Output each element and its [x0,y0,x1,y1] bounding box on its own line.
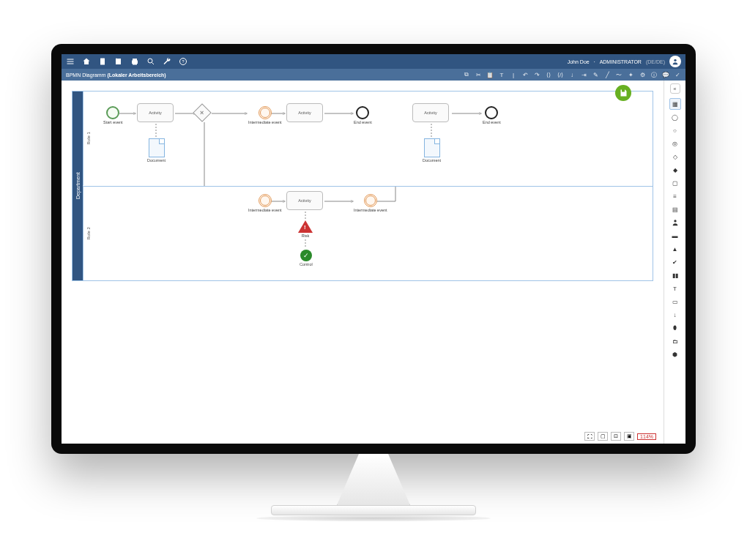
palette-diamond-fill-icon[interactable]: ◆ [669,164,681,176]
home-icon[interactable] [82,57,91,66]
breadcrumb-page: BPMN Diagramm [66,72,105,78]
code-icon[interactable]: ⟨/⟩ [557,71,564,78]
lane2-title: Role 2 [83,187,93,281]
palette-tag-icon[interactable]: ⬮ [669,322,681,334]
palette-arrow-down-icon[interactable]: ↓ [669,309,681,321]
spark-icon[interactable]: 〜 [615,71,622,78]
paste-icon[interactable]: 📋 [486,71,494,78]
avatar[interactable] [669,56,681,67]
pool-title: Department [73,92,83,280]
app-screen: ? John Doe · ADMINISTRATOR (DE/DE) BPMN … [62,54,685,444]
redo-icon[interactable]: ↷ [533,71,540,78]
control-artifact[interactable]: ✓Control [300,250,313,266]
palette-list-icon[interactable]: ≡ [669,190,681,202]
palette-person-icon[interactable] [669,217,681,228]
info-icon[interactable]: ⓘ [650,71,658,78]
svg-point-1 [148,59,152,63]
zoom-actual-icon[interactable]: ⊡ [611,432,621,441]
workspace: Department Role 1 [62,81,685,444]
lanes: Role 1 [83,92,653,280]
shape-palette: « ▦ ◯ ○ ◎ ◇ ◆ ▢ ≡ ▤ ▬ ▲ ✔ ▮▮ T ▭ ↓ ⬮ 🗀 [664,81,685,444]
intermediate-event[interactable]: Intermediate event [248,194,282,212]
activity-task[interactable]: Activity [286,191,323,210]
palette-circle-thick-icon[interactable]: ◯ [669,111,681,123]
help-icon[interactable]: ? [179,57,187,66]
user-name: John Doe [568,59,590,64]
topbar-right: John Doe · ADMINISTRATOR (DE/DE) [568,56,681,67]
text-icon[interactable]: T [498,71,505,78]
palette-document-icon[interactable]: ▢ [669,177,681,189]
palette-text-icon[interactable]: T [669,283,681,294]
breadcrumb-bar: BPMN Diagramm (Lokaler Arbeitsbereich) ⧉… [62,69,685,81]
lane1-body[interactable]: Start event Activity × Intermediate even… [93,92,653,186]
end-event[interactable]: End event [483,106,501,124]
intermediate-event[interactable]: Intermediate event [354,194,387,212]
palette-chart-icon[interactable]: ▮▮ [669,269,681,281]
line-icon[interactable]: ╱ [603,71,611,78]
user-role: ADMINISTRATOR [600,59,642,64]
zoom-controls: ⛶ ▢ ⊡ ▣ 114% [584,432,656,441]
bpmn-pool: Department Role 1 [72,91,653,281]
svg-text:?: ? [182,59,184,64]
activity-task[interactable]: Activity [286,103,323,122]
intermediate-event[interactable]: Intermediate event [248,106,282,124]
zoom-box-icon[interactable]: ▢ [598,432,608,441]
wand-icon[interactable]: ✦ [627,71,634,78]
palette-risk-icon[interactable]: ▲ [669,243,681,255]
palette-building-icon[interactable]: ▬ [669,230,681,242]
print-icon[interactable] [130,57,139,66]
undo-icon[interactable]: ↶ [521,71,529,78]
svg-point-17 [674,220,676,222]
gateway-xor[interactable]: × [196,106,209,119]
arrow-down-icon[interactable]: ↓ [568,71,576,78]
palette-check-icon[interactable]: ✔ [669,256,681,268]
monitor-stand [256,454,491,521]
search-icon[interactable] [146,57,155,66]
zoom-fill-icon[interactable]: ▣ [624,432,634,441]
svg-rect-0 [100,59,105,65]
activity-task[interactable]: Activity [137,103,174,122]
palette-folder-icon[interactable]: 🗀 [669,335,681,347]
compress-icon[interactable]: ⇥ [580,71,587,78]
lane-role1: Role 1 [83,92,653,187]
zoom-fit-icon[interactable]: ⛶ [584,432,595,441]
start-event[interactable]: Start event [103,106,123,124]
link-icon[interactable]: ⟨⟩ [545,71,552,78]
palette-grid-icon[interactable]: ▦ [669,98,681,110]
document-artifact[interactable]: Document [147,138,166,163]
cut-icon[interactable]: ✂ [475,71,482,78]
filter-icon[interactable]: ⚙ [639,71,646,78]
palette-gateway-icon[interactable]: ◇ [669,151,681,163]
comment-icon[interactable]: 💬 [662,71,669,78]
breadcrumb: BPMN Diagramm (Lokaler Arbeitsbereich) [66,72,166,78]
palette-double-circle-icon[interactable]: ◎ [669,138,681,149]
canvas[interactable]: Department Role 1 [62,81,664,444]
paint-icon[interactable]: ✎ [592,71,599,78]
palette-circle-thin-icon[interactable]: ○ [669,124,681,136]
svg-point-4 [674,59,676,61]
divider-icon: | [510,71,517,78]
palette-data-icon[interactable]: ▤ [669,204,681,215]
activity-task[interactable]: Activity [412,103,449,122]
lane-role2: Role 2 Intermediate event [83,187,653,281]
palette-disk-icon[interactable]: ⬢ [669,348,681,360]
user-lang: (DE/DE) [646,59,665,64]
copy-icon[interactable]: ⧉ [463,71,470,78]
lane2-body[interactable]: Intermediate event Activity Intermediate… [93,187,653,281]
edit-toolbar: ⧉ ✂ 📋 T | ↶ ↷ ⟨⟩ ⟨/⟩ ↓ ⇥ ✎ ╱ 〜 ✦ ⚙ ⓘ 💬 ✓ [463,71,681,78]
book-icon[interactable] [114,57,123,66]
palette-pool-icon[interactable]: ▭ [669,296,681,307]
menu-icon[interactable] [66,57,75,66]
risk-artifact[interactable]: Risk [298,220,313,238]
save-fab-button[interactable] [615,85,631,101]
zoom-value[interactable]: 114% [637,433,656,440]
collapse-palette-icon[interactable]: « [670,83,680,94]
monitor-mockup: ? John Doe · ADMINISTRATOR (DE/DE) BPMN … [51,44,696,454]
end-event[interactable]: End event [354,106,372,124]
clipboard-icon[interactable] [98,57,107,66]
wrench-icon[interactable] [163,57,171,66]
topbar: ? John Doe · ADMINISTRATOR (DE/DE) [62,54,685,69]
check-icon[interactable]: ✓ [674,71,681,78]
breadcrumb-location: (Lokaler Arbeitsbereich) [107,72,166,78]
document-artifact[interactable]: Document [423,138,441,163]
